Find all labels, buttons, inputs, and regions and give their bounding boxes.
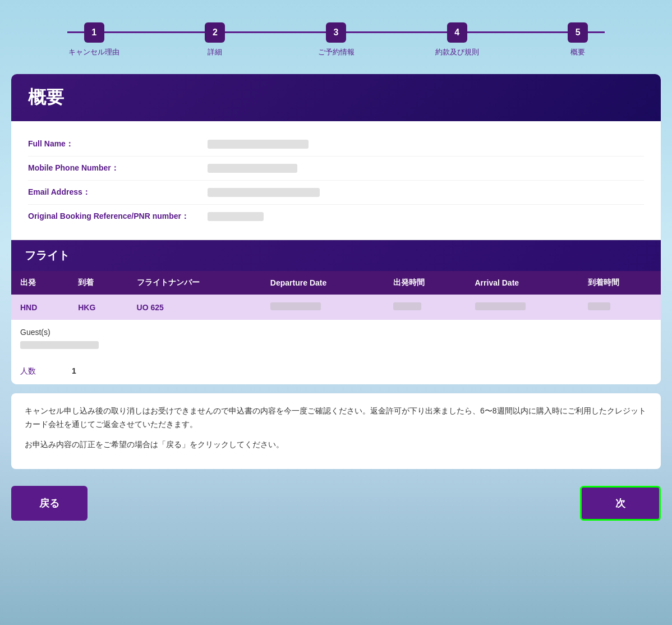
flight-section: フライト 出発 到着 フライトナンバー Departure Date 出発時間 … (11, 240, 661, 384)
step-5: 5 概要 (517, 22, 638, 57)
email-label: Email Address： (28, 187, 208, 197)
booking-ref-row: Original Booking Reference/PNR number： (28, 205, 644, 228)
arrival-date-cell (466, 295, 579, 320)
step-5-label: 概要 (570, 47, 585, 57)
step-1-circle: 1 (84, 22, 104, 43)
mobile-label: Mobile Phone Number： (28, 163, 208, 173)
guests-label: Guest(s) (20, 328, 652, 337)
arrival-time-cell (579, 295, 661, 320)
email-value (208, 188, 320, 197)
count-row: 人数 1 (11, 359, 661, 384)
flight-table: 出発 到着 フライトナンバー Departure Date 出発時間 Arriv… (11, 271, 661, 384)
col-flight-number: フライトナンバー (128, 271, 261, 295)
main-card: 概要 Full Name： Mobile Phone Number： Email… (11, 74, 661, 384)
step-2-circle: 2 (205, 22, 225, 43)
info-section: Full Name： Mobile Phone Number： Email Ad… (11, 121, 661, 240)
step-2: 2 詳細 (155, 22, 276, 57)
col-departure: 出発 (11, 271, 69, 295)
stepper: 1 キャンセル理由 2 詳細 3 ご予約情報 4 約款及び規則 5 概要 (11, 11, 661, 74)
full-name-label: Full Name： (28, 139, 208, 149)
button-row: 戻る 次 (11, 480, 661, 526)
col-departure-date: Departure Date (261, 271, 384, 295)
departure-time-cell (384, 295, 466, 320)
flight-table-head: 出発 到着 フライトナンバー Departure Date 出発時間 Arriv… (11, 271, 661, 295)
col-arrival-time: 到着時間 (579, 271, 661, 295)
step-4-circle: 4 (447, 22, 467, 43)
step-1-label: キャンセル理由 (68, 47, 119, 57)
step-3-label: ご予約情報 (318, 47, 355, 57)
flight-number-cell: UO 625 (128, 295, 261, 320)
notice-line2: お申込み内容の訂正をご希望の場合は「戻る」をクリックしてください。 (25, 438, 647, 452)
overview-title: 概要 (28, 85, 644, 110)
mobile-value (208, 164, 297, 173)
col-arrival-date: Arrival Date (466, 271, 579, 295)
count-label: 人数 (20, 366, 36, 375)
mobile-row: Mobile Phone Number： (28, 157, 644, 181)
booking-ref-value (208, 212, 264, 221)
count-value: 1 (72, 366, 76, 375)
step-3: 3 ご予約情報 (275, 22, 397, 57)
col-departure-time: 出発時間 (384, 271, 466, 295)
back-button[interactable]: 戻る (11, 486, 88, 521)
step-3-circle: 3 (326, 22, 346, 43)
flight-title: フライト (25, 248, 647, 263)
step-4-label: 約款及び規則 (435, 47, 479, 57)
full-name-row: Full Name： (28, 132, 644, 157)
booking-ref-label: Original Booking Reference/PNR number： (28, 212, 208, 222)
step-5-circle: 5 (568, 22, 588, 43)
step-1: 1 キャンセル理由 (34, 22, 155, 57)
arrival-code: HKG (69, 295, 127, 320)
guests-row: Guest(s) (11, 320, 661, 359)
flight-header: フライト (11, 240, 661, 271)
step-2-label: 詳細 (208, 47, 222, 57)
col-arrival: 到着 (69, 271, 127, 295)
email-row: Email Address： (28, 181, 644, 205)
guest-name-blur (20, 341, 99, 349)
notice-section: キャンセル申し込み後の取り消しはお受けできませんので申込書の内容を今一度ご確認く… (11, 393, 661, 469)
departure-date-cell (261, 295, 384, 320)
notice-line1: キャンセル申し込み後の取り消しはお受けできませんので申込書の内容を今一度ご確認く… (25, 405, 647, 431)
overview-header: 概要 (11, 74, 661, 121)
next-button[interactable]: 次 (580, 486, 661, 521)
full-name-value (208, 140, 309, 149)
step-4: 4 約款及び規則 (397, 22, 518, 57)
flight-data-row: HND HKG UO 625 (11, 295, 661, 320)
departure-code: HND (11, 295, 69, 320)
